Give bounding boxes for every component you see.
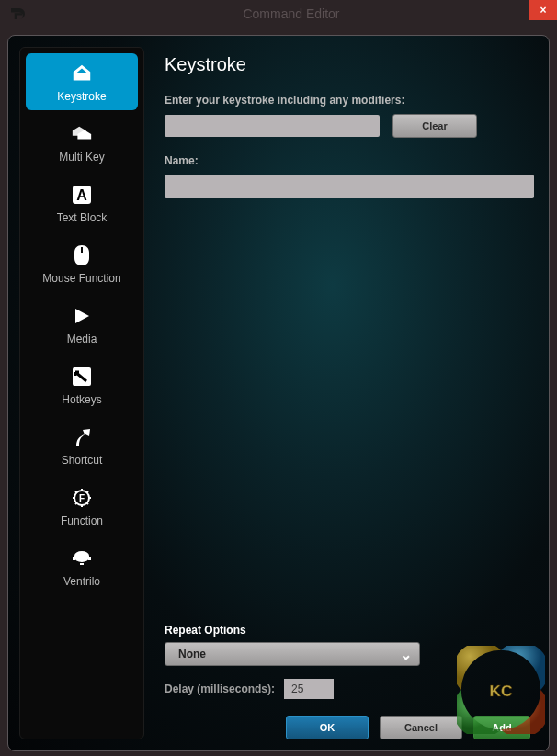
sidebar-item-label: Shortcut [62,454,103,467]
sidebar-item-multikey[interactable]: Multi Key [26,114,138,171]
add-button[interactable]: Add [473,716,530,739]
window-title: Command Editor [26,6,557,21]
repeat-dropdown[interactable]: None ⌄ [165,642,420,666]
hotkeys-icon [71,366,93,388]
sidebar-item-ventrilo[interactable]: Ventrilo [26,538,138,595]
repeat-options-title: Repeat Options [165,624,534,637]
close-button[interactable]: × [529,0,557,20]
delay-label: Delay (milliseconds): [165,683,275,695]
ventrilo-icon [71,547,93,570]
sidebar-item-function[interactable]: F Function [26,478,138,535]
sidebar-item-media[interactable]: Media [26,296,138,353]
main-panel: Keystroke Multi Key A Text Block Mouse F… [7,35,550,751]
sidebar-item-label: Multi Key [59,151,104,164]
sidebar-item-mousefunction[interactable]: Mouse Function [26,235,138,292]
media-icon [71,305,93,327]
mouse-icon [71,244,93,266]
svg-text:A: A [76,187,87,203]
keystroke-input[interactable] [165,115,380,137]
app-logo [7,5,26,23]
sidebar-item-label: Keystroke [57,90,106,103]
repeat-selected: None [178,648,400,660]
sidebar-item-shortcut[interactable]: Shortcut [26,417,138,474]
sidebar-item-label: Ventrilo [63,575,100,588]
name-input[interactable] [165,175,534,198]
cancel-button[interactable]: Cancel [380,716,462,739]
page-heading: Keystroke [165,54,534,75]
shortcut-icon [71,426,93,448]
delay-input[interactable] [284,679,334,699]
titlebar: Command Editor × [0,0,557,28]
keystroke-label: Enter your keystroke including any modif… [165,94,534,107]
sidebar-item-hotkeys[interactable]: Hotkeys [26,356,138,413]
ok-button[interactable]: OK [286,716,369,739]
sidebar-item-label: Function [61,514,103,527]
function-icon: F [71,487,93,509]
name-label: Name: [165,154,534,167]
close-icon: × [540,4,546,17]
chevron-down-icon: ⌄ [400,646,412,663]
multikey-icon [71,123,93,145]
textblock-icon: A [71,184,93,206]
sidebar-item-label: Hotkeys [62,393,101,406]
svg-text:F: F [79,493,85,503]
sidebar: Keystroke Multi Key A Text Block Mouse F… [19,47,144,739]
sidebar-item-label: Mouse Function [42,272,120,285]
clear-button[interactable]: Clear [392,114,477,138]
content-panel: Keystroke Enter your keystroke including… [144,47,538,739]
sidebar-item-label: Text Block [57,211,108,224]
sidebar-item-keystroke[interactable]: Keystroke [26,53,138,110]
keystroke-icon [71,62,93,85]
sidebar-item-textblock[interactable]: A Text Block [26,175,138,231]
sidebar-item-label: Media [67,333,97,345]
